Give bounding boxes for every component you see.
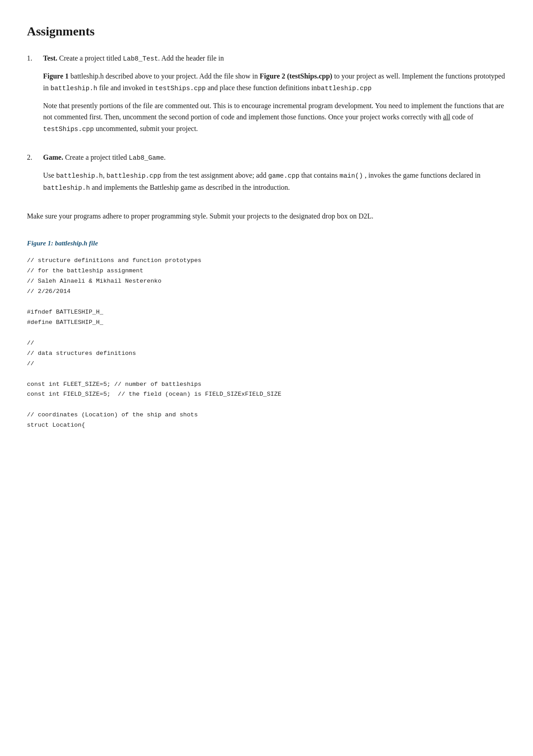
assignment-1-label: Test.: [43, 54, 57, 62]
assignment-1-project-name: Lab8_Test: [123, 55, 158, 62]
all-underline: all: [443, 113, 450, 121]
assignment-2-project-name: Lab8_Game: [129, 154, 164, 162]
battleship-cpp-ref: battleship.cpp: [317, 85, 371, 92]
assignment-2-body: Use battleship.h, battleship.cpp from th…: [43, 170, 506, 193]
assignment-item-1: 1. Test. Create a project titled Lab8_Te…: [27, 52, 506, 141]
battleship-h-ref2: battleship.h: [43, 184, 90, 192]
main-func: main(): [340, 172, 363, 179]
game-cpp-ref: game.cpp: [268, 172, 300, 179]
testships-cpp-ref: testShips.cpp: [155, 85, 205, 92]
list-number-2: 2.: [27, 152, 38, 200]
game-battleship-h: battleship.h: [56, 172, 103, 179]
testships-cpp-ref2: testShips.cpp: [43, 126, 94, 133]
battleship-h-ref1: battleship.h: [50, 85, 97, 92]
bottom-note: Make sure your programs adhere to proper…: [27, 210, 506, 222]
figure1-ref: Figure 1: [43, 72, 69, 80]
assignments-list: 1. Test. Create a project titled Lab8_Te…: [27, 52, 506, 200]
figure1-caption: Figure 1: battleship.h file: [27, 238, 506, 249]
page-title: Assignments: [27, 22, 506, 42]
list-number-1: 1.: [27, 52, 38, 141]
game-battleship-cpp: battleship.cpp: [106, 172, 161, 179]
figure2-ref: Figure 2 (testShips.cpp): [260, 72, 332, 80]
code-block: // structure definitions and function pr…: [27, 256, 506, 431]
assignment-2-content: Game. Create a project titled Lab8_Game.…: [43, 152, 506, 200]
assignment-1-intro: Test. Create a project titled Lab8_Test.…: [43, 52, 506, 64]
assignment-2-intro: Game. Create a project titled Lab8_Game.: [43, 152, 506, 163]
assignment-1-content: Test. Create a project titled Lab8_Test.…: [43, 52, 506, 141]
assignment-1-figure-para: Figure 1 battleship.h described above to…: [43, 70, 506, 94]
assignment-item-2: 2. Game. Create a project titled Lab8_Ga…: [27, 152, 506, 200]
assignment-2-label: Game.: [43, 153, 63, 161]
assignment-1-note: Note that presently portions of the file…: [43, 100, 506, 135]
